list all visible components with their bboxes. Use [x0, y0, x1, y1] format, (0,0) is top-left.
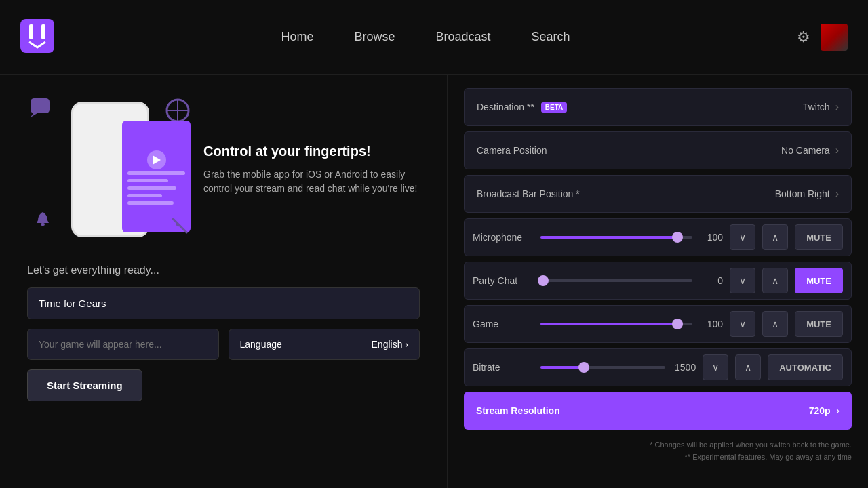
microphone-value: 100 [699, 232, 723, 243]
microphone-row: Microphone 100 ∨ ∧ MUTE [464, 218, 852, 256]
stream-resolution-label: Stream Resolution [476, 405, 809, 416]
chevron-right-icon: › [405, 339, 408, 350]
chevron-right-icon: › [835, 101, 839, 113]
footnote-line2: ** Experimental features. May go away at… [464, 451, 852, 464]
bitrate-value: 1500 [672, 362, 696, 373]
game-value: 100 [699, 319, 723, 329]
bitrate-up-button[interactable]: ∧ [735, 354, 761, 380]
left-panel: Control at your fingertips! Grab the mob… [0, 75, 448, 488]
footnote-line1: * Changes will be applied when you switc… [464, 439, 852, 451]
header-actions: ⚙ [797, 24, 848, 51]
chevron-down-icon: ∨ [739, 275, 746, 286]
stream-resolution-value: 720p [809, 405, 831, 416]
chevron-down-icon: ∨ [739, 232, 746, 243]
right-panel: Destination ** BETA Twitch › Camera Posi… [448, 75, 868, 488]
svg-rect-2 [41, 24, 45, 39]
gear-icon: ⚙ [797, 28, 810, 45]
language-value: English › [372, 339, 408, 350]
chevron-down-icon: ∨ [712, 362, 719, 373]
svg-rect-1 [29, 24, 33, 39]
svg-marker-8 [153, 155, 161, 165]
logo[interactable] [20, 19, 54, 56]
promo-description: Grab the mobile app for iOS or Android t… [203, 167, 420, 196]
bitrate-row: Bitrate 1500 ∨ ∧ AUTOMATIC [464, 348, 852, 386]
destination-label: Destination ** BETA [477, 102, 803, 113]
svg-rect-9 [41, 223, 45, 226]
microphone-up-button[interactable]: ∧ [762, 224, 788, 250]
phone-illustration [27, 95, 190, 244]
party-chat-slider[interactable] [540, 279, 692, 282]
microphone-down-button[interactable]: ∨ [730, 224, 755, 250]
chevron-right-icon: › [835, 188, 839, 200]
destination-row[interactable]: Destination ** BETA Twitch › [464, 88, 852, 126]
microphone-slider[interactable] [540, 236, 692, 239]
asterisk: * [576, 188, 579, 199]
microphone-label: Microphone [473, 232, 534, 243]
bitrate-label: Bitrate [473, 362, 534, 373]
party-chat-row: Party Chat 0 ∨ ∧ MUTE [464, 262, 852, 300]
chevron-up-icon: ∧ [772, 319, 778, 329]
broadcast-bar-label: Broadcast Bar Position * [477, 188, 775, 199]
main-nav: Home Browse Broadcast Search [281, 30, 570, 44]
start-streaming-button[interactable]: Start Streaming [27, 369, 142, 401]
footnotes: * Changes will be applied when you switc… [464, 435, 852, 467]
party-chat-label: Party Chat [473, 275, 534, 286]
microphone-mute-button[interactable]: MUTE [795, 224, 843, 250]
language-label: Language [240, 339, 282, 350]
game-slider[interactable] [540, 323, 692, 325]
svg-marker-4 [31, 113, 37, 117]
bell-icon [34, 211, 52, 234]
language-select[interactable]: Language English › [229, 329, 420, 360]
bitrate-slider[interactable] [540, 366, 665, 369]
camera-position-row[interactable]: Camera Position No Camera › [464, 131, 852, 169]
setup-section: Let's get everything ready... Language E… [27, 264, 420, 468]
promo-title: Control at your fingertips! [203, 144, 420, 159]
chevron-up-icon: ∧ [772, 232, 778, 243]
nav-home[interactable]: Home [281, 30, 313, 44]
destination-value: Twitch [803, 102, 830, 113]
stream-resolution-row[interactable]: Stream Resolution 720p › [464, 392, 852, 430]
bottom-row: Language English › [27, 329, 420, 360]
broadcast-bar-value: Bottom Right [775, 188, 830, 199]
chevron-up-icon: ∧ [772, 275, 778, 286]
svg-line-10 [173, 219, 186, 232]
game-down-button[interactable]: ∨ [730, 311, 755, 337]
nav-search[interactable]: Search [532, 30, 570, 44]
destination-asterisks: ** [527, 102, 534, 113]
nav-broadcast[interactable]: Broadcast [435, 30, 490, 44]
avatar[interactable] [821, 24, 848, 51]
bitrate-auto-button[interactable]: AUTOMATIC [768, 354, 843, 380]
game-input[interactable] [27, 329, 219, 360]
game-mute-button[interactable]: MUTE [795, 311, 843, 337]
chevron-up-icon: ∧ [745, 362, 751, 373]
chevron-right-icon: › [835, 144, 839, 157]
setup-heading: Let's get everything ready... [27, 264, 420, 277]
bitrate-down-button[interactable]: ∨ [703, 354, 728, 380]
stream-title-input[interactable] [27, 287, 420, 319]
settings-button[interactable]: ⚙ [797, 28, 810, 46]
party-chat-value: 0 [699, 275, 723, 286]
chevron-right-icon: › [836, 405, 840, 417]
broadcast-bar-position-row[interactable]: Broadcast Bar Position * Bottom Right › [464, 175, 852, 213]
party-chat-up-button[interactable]: ∧ [762, 268, 788, 293]
party-chat-mute-button[interactable]: MUTE [795, 268, 843, 293]
camera-position-value: No Camera [781, 145, 830, 156]
game-row: Game 100 ∨ ∧ MUTE [464, 305, 852, 343]
chat-icon [31, 98, 52, 122]
svg-rect-3 [31, 98, 50, 113]
main-content: Control at your fingertips! Grab the mob… [0, 75, 868, 488]
game-up-button[interactable]: ∧ [762, 311, 788, 337]
camera-position-label: Camera Position [477, 145, 781, 156]
beta-badge: BETA [541, 102, 567, 113]
promo-section: Control at your fingertips! Grab the mob… [27, 95, 420, 244]
game-label: Game [473, 319, 534, 329]
nav-browse[interactable]: Browse [354, 30, 395, 44]
party-chat-down-button[interactable]: ∨ [730, 268, 755, 293]
chevron-down-icon: ∨ [739, 319, 746, 329]
header: Home Browse Broadcast Search ⚙ [0, 0, 868, 75]
promo-text: Control at your fingertips! Grab the mob… [203, 144, 420, 196]
